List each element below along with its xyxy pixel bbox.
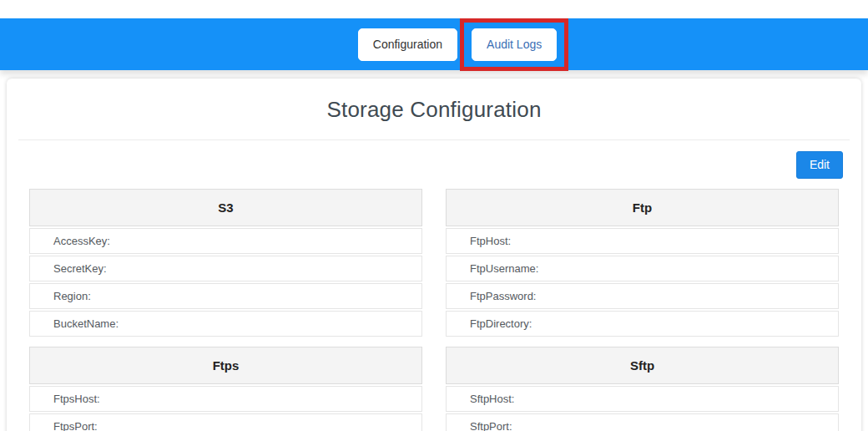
annotation-highlight-box: Audit Logs [460, 18, 568, 71]
storage-configuration-card: Storage Configuration Edit S3 AccessKey:… [7, 79, 861, 431]
navbar-tab-group: Configuration Audit Logs [358, 18, 568, 71]
panel-row-label: FtpsHost: [53, 393, 100, 405]
panel-title: Ftp [446, 189, 839, 226]
panel-row: FtpUsername: [446, 256, 839, 281]
storage-panel: Ftp FtpHost:FtpUsername:FtpPassword:FtpD… [446, 189, 839, 338]
top-navbar: Configuration Audit Logs [0, 18, 868, 70]
panel-row: BucketName: [29, 311, 422, 337]
panel-row-label: SecretKey: [53, 262, 107, 275]
storage-panel: Ftps FtpsHost:FtpsPort: [29, 347, 422, 431]
panel-row-label: FtpDirectory: [470, 317, 532, 330]
tab-configuration[interactable]: Configuration [358, 28, 457, 61]
panel-row: Region: [29, 283, 422, 309]
panel-row: FtpDirectory: [446, 311, 839, 337]
storage-panel: Sftp SftpHost:SftpPort: [446, 347, 839, 431]
panel-row: FtpsHost: [29, 386, 422, 412]
panel-rows: SftpHost:SftpPort: [446, 386, 839, 431]
panel-rows: FtpHost:FtpUsername:FtpPassword:FtpDirec… [446, 228, 839, 337]
top-white-strip [0, 0, 868, 18]
panel-row: SftpHost: [446, 386, 839, 412]
panel-title: Ftps [29, 347, 422, 384]
panel-row: FtpPassword: [446, 283, 839, 309]
panel-row-label: FtpsPort: [53, 420, 98, 431]
panel-rows: FtpsHost:FtpsPort: [29, 386, 422, 431]
panel-row-label: BucketName: [53, 317, 119, 330]
panel-title: S3 [29, 189, 422, 226]
panel-row-label: SftpPort: [470, 420, 512, 431]
panel-row-label: AccessKey: [53, 235, 110, 247]
panel-row: FtpsPort: [29, 413, 422, 431]
panel-row-label: FtpPassword: [470, 290, 536, 302]
edit-button-row: Edit [7, 140, 861, 187]
panel-row-label: SftpHost: [470, 393, 514, 405]
panel-row: FtpHost: [446, 228, 839, 254]
edit-button[interactable]: Edit [796, 151, 843, 179]
panel-row: AccessKey: [29, 228, 422, 254]
page-title: Storage Configuration [7, 79, 861, 139]
tab-audit-logs[interactable]: Audit Logs [472, 28, 557, 61]
panel-row: SecretKey: [29, 256, 422, 281]
panel-rows: AccessKey:SecretKey:Region:BucketName: [29, 228, 422, 337]
storage-panel: S3 AccessKey:SecretKey:Region:BucketName… [29, 189, 422, 338]
panel-row-label: FtpHost: [470, 235, 511, 247]
panel-row-label: FtpUsername: [470, 262, 538, 275]
storage-panels: S3 AccessKey:SecretKey:Region:BucketName… [7, 187, 861, 431]
panel-title: Sftp [446, 347, 839, 384]
panel-row-label: Region: [53, 290, 91, 302]
panel-row: SftpPort: [446, 413, 839, 431]
